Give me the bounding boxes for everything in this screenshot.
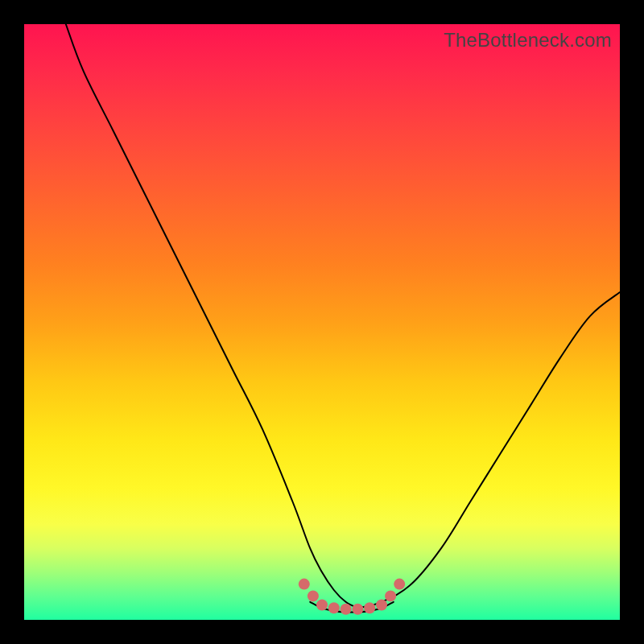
curve-left [66, 24, 358, 608]
valley-marker [316, 600, 328, 611]
valley-marker [299, 579, 310, 590]
curve-right [357, 292, 620, 608]
valley-marker [308, 590, 319, 601]
valley-marker [341, 604, 352, 615]
valley-marker [394, 579, 405, 590]
valley-markers [299, 579, 405, 615]
valley-marker [352, 604, 363, 615]
valley-marker [328, 602, 340, 613]
valley-marker [364, 602, 375, 613]
valley-marker [385, 590, 396, 601]
chart-svg [24, 24, 620, 620]
plot-area: TheBottleneck.com [24, 24, 620, 620]
valley-marker [376, 600, 387, 611]
outer-frame: TheBottleneck.com [0, 0, 644, 644]
